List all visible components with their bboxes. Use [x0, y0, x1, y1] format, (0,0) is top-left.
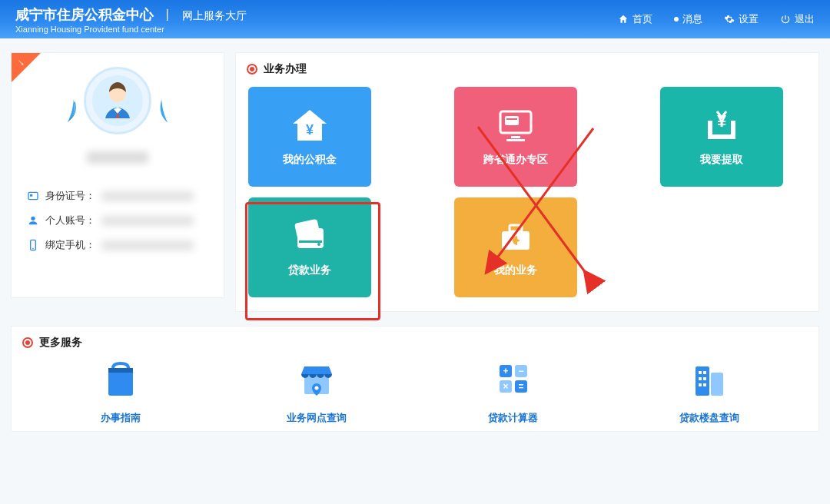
tiles-row-1: ¥ 我的公积金 跨省通办专区 ¥ 我要提取: [247, 84, 808, 191]
panel-header-more: 更多服务: [22, 336, 808, 350]
tile-withdraw-label: 我要提取: [700, 153, 743, 167]
tile-my-business-label: 我的业务: [494, 264, 537, 277]
svg-text:¥: ¥: [306, 122, 314, 138]
svg-rect-10: [506, 139, 525, 141]
row-id: 身份证号：: [27, 184, 208, 208]
site-subtitle: 网上服务大厅: [182, 9, 247, 22]
id-card-icon: [27, 190, 39, 202]
svg-rect-19: [510, 225, 522, 231]
store-icon: [292, 357, 341, 400]
tile-loan[interactable]: 贷款业务: [248, 197, 371, 297]
avatar-icon: [92, 75, 143, 126]
laurel-right-icon: [140, 91, 178, 124]
svg-rect-12: [506, 118, 517, 120]
svg-rect-2: [28, 192, 38, 199]
svg-rect-23: [108, 368, 133, 373]
svg-text:−: −: [518, 366, 523, 376]
row-phone-value-redacted: [101, 240, 194, 250]
svg-rect-11: [505, 116, 519, 125]
svg-text:+: +: [503, 366, 508, 376]
tile-my-fund[interactable]: ¥ 我的公积金: [248, 87, 371, 187]
svg-rect-34: [696, 366, 709, 396]
spacer: [385, 87, 440, 88]
site-title: 咸宁市住房公积金中心: [15, 7, 154, 22]
spacer: [591, 87, 646, 88]
svg-text:=: =: [518, 381, 523, 392]
tile-my-fund-label: 我的公积金: [283, 153, 337, 167]
nav-settings[interactable]: 设置: [724, 12, 759, 26]
tile-withdraw[interactable]: ¥ 我要提取: [660, 87, 783, 187]
service-guide-label: 办事指南: [101, 411, 141, 425]
svg-rect-41: [703, 383, 706, 386]
tile-my-business[interactable]: 我的业务: [454, 197, 577, 297]
nav-settings-label: 设置: [739, 12, 759, 26]
service-calc-label: 贷款计算器: [488, 411, 538, 425]
row-account-label: 个人账号：: [45, 214, 95, 227]
bullet-icon: [22, 337, 33, 348]
svg-rect-35: [711, 373, 723, 396]
service-loan-estate-query[interactable]: 贷款楼盘查询: [640, 357, 779, 425]
tile-loan-label: 贷款业务: [288, 264, 331, 277]
user-info-list: 身份证号： 个人账号： 绑定手机：: [27, 184, 208, 257]
nav-logout-label: 退出: [795, 12, 815, 26]
site-title-en: Xianning Housing Provident fund center: [15, 25, 247, 34]
svg-point-4: [31, 217, 35, 220]
row-account: 个人账号：: [27, 208, 208, 233]
buildings-icon: [685, 357, 734, 400]
toolbox-icon: [494, 217, 537, 256]
svg-point-25: [315, 386, 319, 390]
nav-messages[interactable]: 消息: [674, 12, 702, 26]
guide-bag-icon: [96, 357, 145, 400]
nav-home[interactable]: 首页: [618, 12, 652, 26]
service-loan-calculator[interactable]: + − × = 贷款计算器: [444, 357, 583, 425]
row-phone: 绑定手机：: [27, 233, 208, 257]
home-icon: [618, 14, 629, 25]
user-name-redacted: [87, 151, 148, 164]
row-phone-label: 绑定手机：: [45, 238, 95, 252]
service-estate-label: 贷款楼盘查询: [679, 411, 739, 425]
dot-icon: [674, 17, 679, 22]
svg-rect-16: [299, 240, 322, 243]
svg-rect-40: [699, 383, 702, 386]
wallet-cards-icon: [288, 217, 331, 256]
svg-point-17: [317, 243, 320, 246]
tiles-row-2: 贷款业务 我的业务: [247, 194, 808, 302]
svg-rect-38: [699, 377, 702, 380]
panel-title-services: 业务办理: [264, 62, 307, 76]
panel-services: 业务办理 ¥ 我的公积金 跨省通办专区: [235, 52, 819, 312]
svg-rect-3: [30, 194, 32, 197]
avatar-wrap: [68, 67, 168, 144]
nav-home-label: 首页: [632, 12, 652, 26]
row-id-label: 身份证号：: [45, 189, 95, 203]
nav-messages-label: 消息: [682, 12, 702, 26]
gear-icon: [724, 14, 735, 25]
svg-text:×: ×: [503, 381, 508, 392]
power-icon: [780, 14, 791, 25]
monitor-card-icon: [494, 107, 537, 145]
house-yen-icon: ¥: [288, 107, 331, 145]
panel-header-services: 业务办理: [247, 62, 808, 76]
site-title-block: 咸宁市住房公积金中心 丨 网上服务大厅 Xianning Housing Pro…: [15, 5, 247, 34]
panel-more-services: 更多服务 办事指南 业务网点查询 + − ×: [11, 326, 819, 432]
phone-icon: [27, 239, 39, 251]
panel-title-more: 更多服务: [39, 336, 82, 350]
service-branch-query[interactable]: 业务网点查询: [247, 357, 386, 425]
tile-cross-province-label: 跨省通办专区: [483, 153, 548, 167]
withdraw-yen-icon: ¥: [700, 107, 743, 145]
nav-logout[interactable]: 退出: [780, 12, 815, 26]
services-row: 办事指南 业务网点查询 + − × = 贷款计算器: [22, 357, 808, 425]
user-card: 身份证号： 个人账号： 绑定手机：: [11, 52, 224, 298]
svg-rect-39: [703, 377, 706, 380]
row-account-value-redacted: [101, 216, 194, 226]
bullet-icon: [247, 64, 257, 75]
tile-cross-province[interactable]: 跨省通办专区: [454, 87, 577, 187]
service-branch-label: 业务网点查询: [287, 411, 347, 425]
corner-ribbon-icon: [12, 53, 41, 82]
svg-rect-9: [511, 136, 520, 138]
spacer: [385, 197, 440, 198]
title-separator: 丨: [157, 8, 178, 22]
row-id-value-redacted: [101, 191, 194, 201]
top-nav: 首页 消息 设置 退出: [618, 12, 815, 26]
service-guide[interactable]: 办事指南: [51, 357, 190, 425]
app-header: 咸宁市住房公积金中心 丨 网上服务大厅 Xianning Housing Pro…: [0, 0, 830, 38]
